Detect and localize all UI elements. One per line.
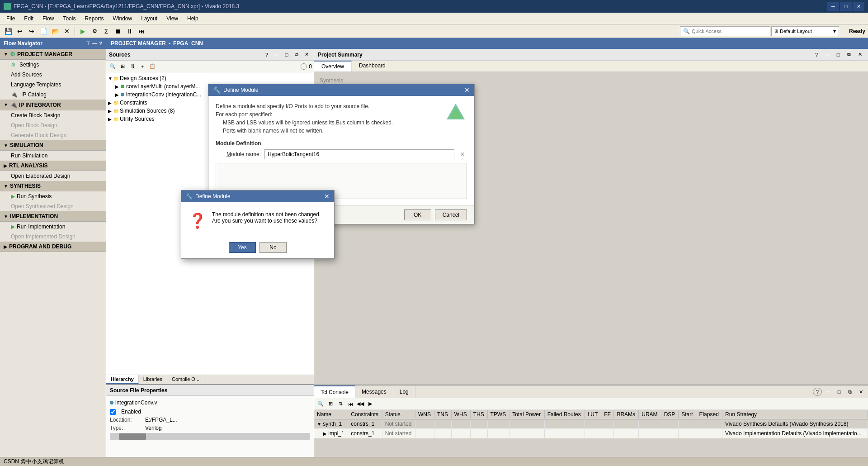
tcl-sort-btn[interactable]: ⇅ xyxy=(336,400,345,408)
nav-item-settings[interactable]: ⚙ Settings xyxy=(0,60,106,70)
ps-maximize-btn[interactable]: □ xyxy=(834,51,843,59)
tab-overview[interactable]: Overview xyxy=(314,61,352,71)
stop-button[interactable]: ⏹ xyxy=(113,26,123,36)
pin-icon[interactable]: ⊤ xyxy=(86,41,90,47)
nav-item-run-simulation[interactable]: Run Simulation xyxy=(0,151,106,161)
define-module-ok-btn[interactable]: OK xyxy=(404,209,431,220)
nav-section-impl-header[interactable]: ▼ IMPLEMENTATION xyxy=(0,211,106,222)
menu-file[interactable]: File xyxy=(2,14,19,23)
nav-item-open-synthesized-design[interactable]: Open Synthesized Design xyxy=(0,201,106,211)
menu-window[interactable]: Window xyxy=(108,14,137,23)
enabled-checkbox[interactable] xyxy=(110,409,116,415)
tcl-filter-btn[interactable]: ⊞ xyxy=(326,400,335,408)
define-module-cancel-btn[interactable]: Cancel xyxy=(435,209,467,220)
tcl-float-btn[interactable]: ⧉ xyxy=(845,388,854,396)
nav-section-project-manager-header[interactable]: ▼ ⚙ PROJECT MANAGER xyxy=(0,49,106,60)
menu-reports[interactable]: Reports xyxy=(80,14,108,23)
run-button[interactable]: ▶ xyxy=(77,26,88,36)
synth-expand-arrow[interactable]: ▼ xyxy=(317,422,321,427)
sources-float-btn[interactable]: ⧉ xyxy=(292,51,301,59)
step-button[interactable]: ⏭ xyxy=(136,26,147,36)
nav-section-simulation-header[interactable]: ▼ SIMULATION xyxy=(0,140,106,151)
ps-help-btn[interactable]: ? xyxy=(812,51,821,59)
nav-section-prog-header[interactable]: ▶ PROGRAM AND DEBUG xyxy=(0,242,106,252)
module-name-input[interactable] xyxy=(264,149,454,159)
tcl-help-btn[interactable]: ? xyxy=(813,388,822,396)
tab-libraries[interactable]: Libraries xyxy=(139,375,167,384)
pause-button[interactable]: ⏸ xyxy=(124,26,135,36)
tcl-minimize-btn[interactable]: ─ xyxy=(824,388,833,396)
tcl-first-btn[interactable]: ⏮ xyxy=(346,400,355,408)
ps-float-btn[interactable]: ⧉ xyxy=(844,51,854,59)
quick-access-input[interactable] xyxy=(692,29,760,34)
save-button[interactable]: 💾 xyxy=(3,26,14,36)
sources-minimize-btn[interactable]: ─ xyxy=(272,51,281,59)
nav-item-run-synthesis[interactable]: ▶ Run Synthesis xyxy=(0,191,106,201)
help-icon[interactable]: ? xyxy=(99,41,102,47)
sources-filter-btn[interactable]: ⊞ xyxy=(118,62,127,71)
tcl-maximize-btn[interactable]: □ xyxy=(835,388,844,396)
define-module-close-btn[interactable]: ✕ xyxy=(464,86,470,94)
nav-item-language-templates[interactable]: Language Templates xyxy=(0,80,106,90)
tcl-next-btn[interactable]: ▶ xyxy=(366,400,375,408)
ps-minimize-btn[interactable]: ─ xyxy=(823,51,832,59)
module-name-clear-btn[interactable]: ✕ xyxy=(458,150,467,159)
utility-arrow[interactable]: ▶ xyxy=(108,117,113,122)
close-button[interactable]: ✕ xyxy=(853,2,864,11)
tcl-close-btn[interactable]: ✕ xyxy=(856,388,865,396)
new-button[interactable]: 📄 xyxy=(38,26,49,36)
menu-layout[interactable]: Layout xyxy=(137,14,162,23)
sources-sort-btn[interactable]: ⇅ xyxy=(128,62,137,71)
minimize-button[interactable]: ─ xyxy=(827,2,839,11)
confirm-no-btn[interactable]: No xyxy=(259,242,287,253)
nav-section-synthesis-header[interactable]: ▼ SYNTHESIS xyxy=(0,181,106,191)
tcl-prev-btn[interactable]: ◀◀ xyxy=(356,400,365,408)
constraints-arrow[interactable]: ▶ xyxy=(108,100,113,105)
tab-compile-order[interactable]: Compile O... xyxy=(167,375,204,384)
maximize-button[interactable]: □ xyxy=(840,2,852,11)
tab-log[interactable]: Log xyxy=(393,385,415,398)
ps-close-btn[interactable]: ✕ xyxy=(855,51,864,59)
sim-sources-arrow[interactable]: ▶ xyxy=(108,109,113,114)
sources-props-btn[interactable]: 📋 xyxy=(148,62,157,71)
tcl-search-btn[interactable]: 🔍 xyxy=(316,400,325,408)
collapse-icon[interactable]: — xyxy=(92,41,97,47)
props-dot xyxy=(110,401,113,404)
sum-button[interactable]: Σ xyxy=(101,26,112,36)
open-button[interactable]: 📂 xyxy=(50,26,61,36)
integration-conv-arrow[interactable]: ▶ xyxy=(115,92,121,97)
menu-flow[interactable]: Flow xyxy=(38,14,58,23)
tab-dashboard[interactable]: Dashboard xyxy=(352,61,393,71)
nav-section-ip-integrator-header[interactable]: ▼ 🔌 IP INTEGRATOR xyxy=(0,100,106,110)
confirm-close-btn[interactable]: ✕ xyxy=(324,193,330,200)
nav-item-run-implementation[interactable]: ▶ Run Implementation xyxy=(0,222,106,232)
confirm-yes-btn[interactable]: Yes xyxy=(229,242,256,253)
nav-item-open-implemented-design[interactable]: Open Implemented Design xyxy=(0,232,106,242)
tab-hierarchy[interactable]: Hierarchy xyxy=(106,375,139,384)
tab-messages[interactable]: Messages xyxy=(355,385,393,398)
nav-item-open-elaborated-design[interactable]: Open Elaborated Design xyxy=(0,171,106,181)
delete-button[interactable]: ✕ xyxy=(61,26,72,36)
undo-button[interactable]: ↩ xyxy=(14,26,25,36)
sources-maximize-btn[interactable]: □ xyxy=(282,51,291,59)
sources-search-btn[interactable]: 🔍 xyxy=(108,62,117,71)
sources-close-btn[interactable]: ✕ xyxy=(302,51,311,59)
debug-button[interactable]: ⚙ xyxy=(89,26,100,36)
conv-layer-arrow[interactable]: ▶ xyxy=(115,84,121,89)
redo-button[interactable]: ↪ xyxy=(26,26,37,36)
menu-help[interactable]: Help xyxy=(183,14,203,23)
nav-section-rtl-header[interactable]: ▶ RTL ANALYSIS xyxy=(0,161,106,171)
menu-tools[interactable]: Tools xyxy=(58,14,80,23)
tab-tcl-console[interactable]: Tcl Console xyxy=(314,385,355,398)
tree-design-sources[interactable]: ▼ 📁 Design Sources (2) xyxy=(106,74,314,82)
sources-help-btn[interactable]: ? xyxy=(262,51,271,59)
nav-item-ip-catalog[interactable]: 🔌 IP Catalog xyxy=(0,90,106,100)
nav-item-create-block-design[interactable]: Create Block Design xyxy=(0,110,106,120)
impl-expand-arrow[interactable]: ▶ xyxy=(323,431,327,436)
menu-edit[interactable]: Edit xyxy=(19,14,38,23)
layout-dropdown[interactable]: ⊞ Default Layout ▾ xyxy=(771,26,839,36)
sources-add-btn[interactable]: + xyxy=(138,62,147,71)
nav-item-add-sources[interactable]: Add Sources xyxy=(0,70,106,80)
menu-view[interactable]: View xyxy=(162,14,183,23)
design-sources-arrow[interactable]: ▼ xyxy=(108,76,113,81)
